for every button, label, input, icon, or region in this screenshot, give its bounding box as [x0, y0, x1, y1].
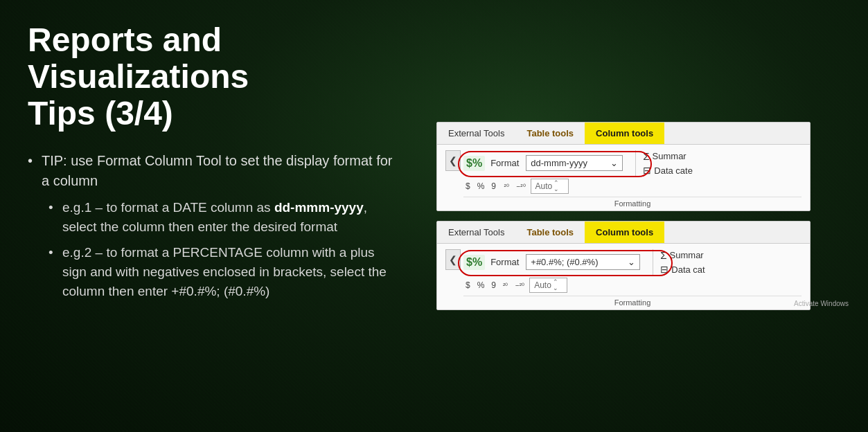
sigma-row-top: Σ Summar — [643, 150, 693, 162]
tab-external-tools-bottom[interactable]: External Tools — [437, 222, 515, 243]
dollar-btn-bottom[interactable]: $ — [463, 280, 472, 291]
page-title: Reports and Visualizations Tips (3/4) — [28, 22, 402, 132]
data-cat-row-bottom: ⊟ Data cat — [660, 264, 705, 275]
ribbon-card-top-wrapper: External Tools Table tools Column tools … — [436, 122, 854, 211]
tab-column-tools-bottom[interactable]: Column tools — [585, 222, 664, 243]
format-dollar-percent-icon-bottom: $% — [463, 255, 485, 270]
ribbon-card-bottom: External Tools Table tools Column tools … — [436, 221, 811, 310]
tab-table-tools-top[interactable]: Table tools — [515, 123, 585, 144]
sigma-icon-bottom: Σ — [660, 249, 666, 261]
tab-external-tools-top[interactable]: External Tools — [437, 123, 515, 144]
dec-btn-bottom[interactable]: −²⁰ — [513, 281, 526, 290]
right-panel: External Tools Table tools Column tools … — [429, 0, 868, 432]
sigma-icon-top: Σ — [643, 150, 649, 162]
ribbon-body-top: ❮ $% Format dd-mmm- — [437, 145, 810, 210]
auto-label-bottom: Auto — [534, 280, 551, 290]
data-cat-text-top: Data cate — [654, 165, 693, 176]
sub1-bold: dd-mmm-yyyy — [274, 200, 364, 215]
format-dropdown-bottom[interactable]: +#0.#%; (#0.#%) ⌄ — [526, 254, 640, 270]
sigma-row-bottom: Σ Summar — [660, 249, 705, 261]
format-label-bottom: Format — [490, 257, 519, 267]
data-cat-row-top: ⊟ Data cate — [643, 165, 693, 176]
tip-text: TIP: use Format Column Tool to set the d… — [42, 153, 393, 188]
ribbon-right-bottom: Σ Summar ⊟ Data cat — [653, 249, 705, 275]
summarize-text-top: Summar — [653, 151, 687, 161]
format-value-bottom: +#0.#%; (#0.#%) — [531, 257, 598, 267]
comma-btn-top[interactable]: ²⁰ — [501, 182, 511, 191]
auto-arrows-top: ⌃⌄ — [553, 180, 559, 192]
ribbon-tabs-top: External Tools Table tools Column tools — [437, 123, 810, 145]
dec-btn-top[interactable]: −²⁰ — [514, 182, 527, 191]
percent-btn-bottom[interactable]: % — [475, 280, 487, 291]
ribbon-right-top: Σ Summar ⊟ Data cate — [635, 150, 693, 176]
format-label-top: Format — [490, 158, 519, 168]
ribbon-card-top: External Tools Table tools Column tools … — [436, 122, 811, 211]
dropdown-arrow-bottom: ⌄ — [628, 257, 635, 267]
db-icon-bottom: ⊟ — [660, 264, 668, 275]
formatting-section-bottom: $% Format +#0.#%; (#0.#%) ⌄ Σ — [463, 249, 801, 307]
nine-btn-top[interactable]: 9 — [489, 181, 498, 192]
summarize-text-bottom: Summar — [670, 250, 704, 260]
ribbon-card-bottom-wrapper: External Tools Table tools Column tools … — [436, 221, 854, 310]
comma-btn-bottom[interactable]: ²⁰ — [501, 281, 511, 290]
ribbon-main-row-bottom: ❮ $% Format +#0.#%; (#0.#%) — [445, 249, 801, 307]
ribbon-row2-bottom: $ % 9 ²⁰ −²⁰ Auto ⌃⌄ — [463, 278, 801, 293]
percent-btn-top[interactable]: % — [475, 181, 487, 192]
formatting-label-top: Formatting — [463, 197, 801, 208]
format-value-top: dd-mmm-yyyy — [531, 158, 587, 168]
ribbon-main-row-top: ❮ $% Format dd-mmm- — [445, 150, 801, 208]
format-dollar-percent-icon: $% — [463, 156, 485, 171]
format-dropdown-top[interactable]: dd-mmm-yyyy ⌄ — [526, 155, 623, 171]
tip-bullet: TIP: use Format Column Tool to set the d… — [28, 151, 402, 300]
tab-column-tools-top[interactable]: Column tools — [585, 123, 664, 144]
ribbon-left-btn-top[interactable]: ❮ — [445, 150, 461, 171]
ribbon-row1-top: $% Format dd-mmm-yyyy ⌄ Σ — [463, 150, 801, 176]
data-cat-text-bottom: Data cat — [671, 264, 705, 275]
sub2-text: e.g.2 – to format a PERCENTAGE column wi… — [62, 245, 387, 298]
sub-bullet-1: e.g.1 – to format a DATE column as dd-mm… — [48, 198, 402, 236]
sub-bullet-2: e.g.2 – to format a PERCENTAGE column wi… — [48, 243, 402, 300]
dropdown-arrow-top: ⌄ — [610, 158, 618, 168]
tab-table-tools-bottom[interactable]: Table tools — [515, 222, 585, 243]
ribbon-left-btn-bottom[interactable]: ❮ — [445, 249, 461, 270]
formatting-label-bottom: Formatting — [463, 296, 801, 307]
ribbon-tabs-bottom: External Tools Table tools Column tools — [437, 222, 810, 244]
ribbon-row2-top: $ % 9 ²⁰ −²⁰ Auto ⌃⌄ — [463, 179, 801, 194]
sub-bullet-list: e.g.1 – to format a DATE column as dd-mm… — [42, 198, 402, 300]
nine-btn-bottom[interactable]: 9 — [489, 280, 498, 291]
left-panel: Reports and Visualizations Tips (3/4) TI… — [0, 0, 429, 432]
sub1-prefix: e.g.1 – to format a DATE column as — [62, 200, 274, 215]
activate-watermark: Activate Windows — [794, 300, 849, 307]
ribbon-body-bottom: ❮ $% Format +#0.#%; (#0.#%) — [437, 244, 810, 309]
auto-arrows-bottom: ⌃⌄ — [553, 279, 558, 291]
dollar-btn-top[interactable]: $ — [463, 181, 472, 192]
auto-box-bottom[interactable]: Auto ⌃⌄ — [529, 278, 567, 293]
ribbon-row1-bottom: $% Format +#0.#%; (#0.#%) ⌄ Σ — [463, 249, 801, 275]
auto-box-top[interactable]: Auto ⌃⌄ — [531, 179, 569, 194]
formatting-section-top: $% Format dd-mmm-yyyy ⌄ Σ — [463, 150, 801, 208]
db-icon-top: ⊟ — [643, 165, 651, 176]
main-bullet-list: TIP: use Format Column Tool to set the d… — [28, 151, 402, 300]
auto-label-top: Auto — [535, 181, 553, 191]
